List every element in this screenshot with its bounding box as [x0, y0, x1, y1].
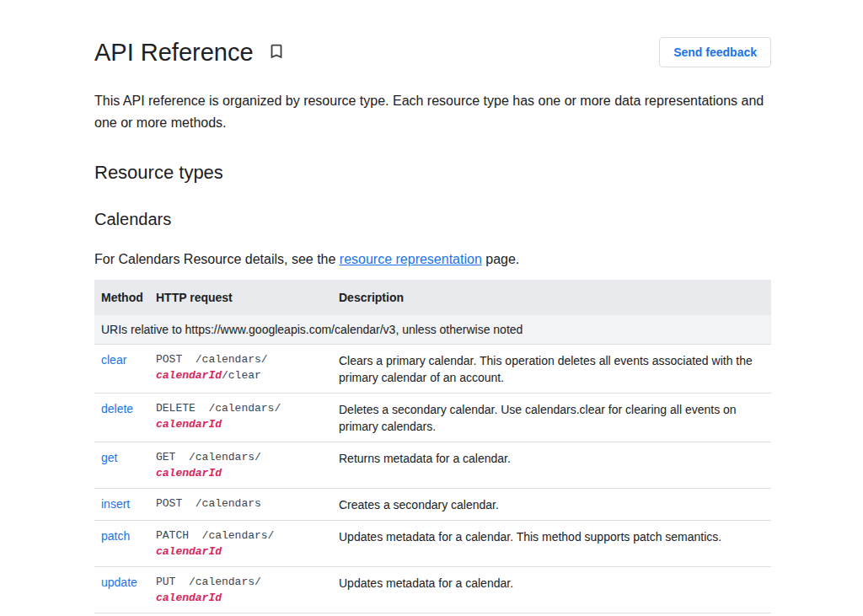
method-description: Returns metadata for a calendar.	[332, 442, 771, 489]
http-request-code: GET /calendars/calendarId	[156, 451, 261, 479]
method-link[interactable]: update	[101, 576, 137, 589]
method-description: Updates metadata for a calendar.	[332, 567, 771, 613]
methods-table-body: URIs relative to https://www.googleapis.…	[94, 315, 771, 613]
col-header-http-request: HTTP request	[149, 280, 332, 315]
table-row: update PUT /calendars/calendarId Updates…	[94, 567, 771, 613]
http-request-code: PATCH /calendars/calendarId	[156, 529, 274, 558]
table-row: get GET /calendars/calendarId Returns me…	[94, 442, 771, 489]
table-row: patch PATCH /calendars/calendarId Update…	[94, 521, 771, 567]
uri-note: URIs relative to https://www.googleapis.…	[94, 315, 771, 345]
resource-representation-link[interactable]: resource representation	[340, 252, 482, 266]
page-header: API Reference Send feedback	[94, 37, 771, 67]
method-link[interactable]: clear	[101, 353, 126, 367]
table-row: delete DELETE /calendars/calendarId Dele…	[94, 394, 771, 442]
http-request-code: POST /calendars	[156, 497, 261, 510]
methods-table: Method HTTP request Description URIs rel…	[94, 280, 771, 613]
send-feedback-button[interactable]: Send feedback	[659, 37, 771, 67]
resource-note-before: For Calendars Resource details, see the	[94, 252, 340, 266]
method-link[interactable]: insert	[101, 497, 130, 511]
col-header-method: Method	[94, 280, 149, 315]
http-request-code: POST /calendars/calendarId/clear	[156, 353, 268, 382]
calendars-heading: Calendars	[94, 208, 771, 230]
bookmark-icon	[267, 42, 286, 63]
table-row: clear POST /calendars/calendarId/clear C…	[94, 345, 771, 394]
http-request-code: DELETE /calendars/calendarId	[156, 402, 281, 431]
table-row: insert POST /calendars Creates a seconda…	[94, 489, 771, 521]
col-header-description: Description	[332, 280, 771, 315]
uri-note-row: URIs relative to https://www.googleapis.…	[94, 315, 771, 345]
resource-note: For Calendars Resource details, see the …	[94, 250, 771, 269]
method-description: Clears a primary calendar. This operatio…	[332, 345, 771, 394]
method-link[interactable]: patch	[101, 529, 130, 543]
bookmark-button[interactable]	[267, 42, 286, 63]
page-container: API Reference Send feedback This API ref…	[0, 0, 863, 613]
title-group: API Reference	[94, 37, 286, 67]
intro-text: This API reference is organized by resou…	[94, 90, 771, 134]
method-description: Deletes a secondary calendar. Use calend…	[332, 394, 771, 442]
method-description: Creates a secondary calendar.	[332, 489, 771, 521]
method-link[interactable]: get	[101, 451, 117, 464]
method-description: Updates metadata for a calendar. This me…	[332, 521, 771, 567]
methods-table-head: Method HTTP request Description	[94, 280, 771, 315]
resource-note-after: page.	[482, 252, 519, 266]
resource-types-heading: Resource types	[94, 161, 771, 185]
method-link[interactable]: delete	[101, 402, 133, 415]
http-request-code: PUT /calendars/calendarId	[156, 576, 261, 604]
page-title: API Reference	[94, 37, 254, 67]
